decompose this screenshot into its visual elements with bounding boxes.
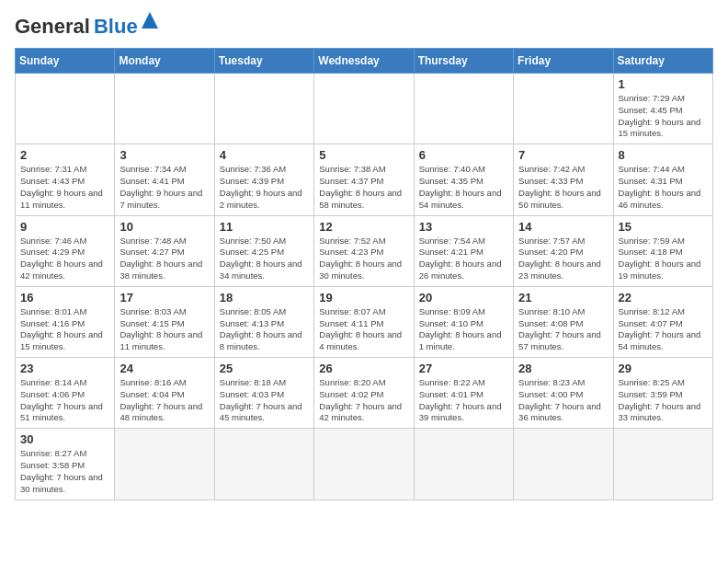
calendar-cell: 26Sunrise: 8:20 AMSunset: 4:02 PMDayligh… [314, 358, 414, 429]
calendar-cell: 4Sunrise: 7:36 AMSunset: 4:39 PMDaylight… [214, 144, 313, 215]
day-number: 22 [619, 291, 708, 304]
day-number: 7 [518, 148, 608, 162]
day-number: 27 [419, 362, 508, 375]
day-number: 29 [619, 362, 708, 375]
day-info: Sunrise: 7:46 AMSunset: 4:29 PMDaylight:… [20, 236, 109, 282]
day-info: Sunrise: 7:57 AMSunset: 4:20 PMDaylight:… [518, 236, 608, 282]
day-number: 14 [518, 220, 608, 234]
day-number: 2 [20, 148, 109, 162]
day-number: 16 [20, 291, 109, 304]
day-number: 4 [220, 148, 309, 162]
calendar-cell [214, 74, 313, 144]
day-info: Sunrise: 7:52 AMSunset: 4:23 PMDaylight:… [319, 236, 408, 282]
day-number: 13 [419, 220, 508, 234]
calendar-cell [115, 429, 214, 500]
calendar-cell: 10Sunrise: 7:48 AMSunset: 4:27 PMDayligh… [115, 215, 214, 286]
day-number: 6 [419, 148, 508, 162]
day-number: 10 [119, 220, 209, 234]
col-header-monday: Monday [115, 49, 214, 74]
calendar-cell: 23Sunrise: 8:14 AMSunset: 4:06 PMDayligh… [16, 358, 115, 429]
day-info: Sunrise: 8:12 AMSunset: 4:07 PMDaylight:… [619, 306, 708, 353]
calendar-cell: 12Sunrise: 7:52 AMSunset: 4:23 PMDayligh… [314, 215, 414, 286]
day-info: Sunrise: 7:42 AMSunset: 4:33 PMDaylight:… [518, 164, 608, 211]
day-info: Sunrise: 7:50 AMSunset: 4:25 PMDaylight:… [220, 236, 309, 282]
calendar-cell: 22Sunrise: 8:12 AMSunset: 4:07 PMDayligh… [613, 286, 712, 357]
day-number: 26 [319, 362, 408, 375]
day-info: Sunrise: 7:38 AMSunset: 4:37 PMDaylight:… [319, 164, 408, 211]
calendar-cell [414, 429, 513, 500]
calendar-cell: 24Sunrise: 8:16 AMSunset: 4:04 PMDayligh… [115, 358, 214, 429]
day-number: 30 [20, 432, 109, 446]
calendar-cell: 29Sunrise: 8:25 AMSunset: 3:59 PMDayligh… [613, 358, 712, 429]
day-info: Sunrise: 8:01 AMSunset: 4:16 PMDaylight:… [20, 306, 109, 353]
calendar-week-row: 1Sunrise: 7:29 AMSunset: 4:45 PMDaylight… [16, 74, 713, 144]
day-number: 17 [119, 291, 209, 304]
day-info: Sunrise: 8:22 AMSunset: 4:01 PMDaylight:… [419, 377, 508, 424]
logo-triangle-icon [142, 12, 158, 29]
col-header-thursday: Thursday [414, 49, 513, 74]
calendar-cell: 28Sunrise: 8:23 AMSunset: 4:00 PMDayligh… [514, 358, 613, 429]
day-info: Sunrise: 7:29 AMSunset: 4:45 PMDaylight:… [619, 93, 708, 140]
day-info: Sunrise: 8:20 AMSunset: 4:02 PMDaylight:… [319, 377, 408, 424]
col-header-saturday: Saturday [613, 49, 712, 74]
col-header-friday: Friday [514, 49, 613, 74]
calendar-week-row: 30Sunrise: 8:27 AMSunset: 3:58 PMDayligh… [16, 429, 713, 500]
day-number: 3 [119, 148, 209, 162]
calendar-cell: 13Sunrise: 7:54 AMSunset: 4:21 PMDayligh… [414, 215, 513, 286]
day-info: Sunrise: 8:23 AMSunset: 4:00 PMDaylight:… [518, 377, 608, 424]
calendar-header-row: SundayMondayTuesdayWednesdayThursdayFrid… [16, 49, 713, 74]
day-info: Sunrise: 8:07 AMSunset: 4:11 PMDaylight:… [319, 306, 408, 353]
calendar-week-row: 2Sunrise: 7:31 AMSunset: 4:43 PMDaylight… [16, 144, 713, 215]
calendar-cell: 2Sunrise: 7:31 AMSunset: 4:43 PMDaylight… [16, 144, 115, 215]
day-number: 21 [518, 291, 608, 304]
day-info: Sunrise: 7:40 AMSunset: 4:35 PMDaylight:… [419, 164, 508, 211]
logo-general-text: General [15, 15, 90, 39]
day-number: 20 [419, 291, 508, 304]
calendar-cell: 1Sunrise: 7:29 AMSunset: 4:45 PMDaylight… [613, 74, 712, 144]
col-header-wednesday: Wednesday [314, 49, 414, 74]
calendar-week-row: 9Sunrise: 7:46 AMSunset: 4:29 PMDaylight… [16, 215, 713, 286]
calendar-cell [414, 74, 513, 144]
day-info: Sunrise: 7:31 AMSunset: 4:43 PMDaylight:… [20, 164, 109, 211]
calendar-cell [514, 429, 613, 500]
calendar-cell: 8Sunrise: 7:44 AMSunset: 4:31 PMDaylight… [613, 144, 712, 215]
col-header-sunday: Sunday [16, 49, 115, 74]
calendar-cell [214, 429, 313, 500]
day-info: Sunrise: 8:18 AMSunset: 4:03 PMDaylight:… [220, 377, 309, 424]
calendar-cell: 19Sunrise: 8:07 AMSunset: 4:11 PMDayligh… [314, 286, 414, 357]
calendar-cell [314, 429, 414, 500]
day-number: 28 [518, 362, 608, 375]
calendar-cell: 6Sunrise: 7:40 AMSunset: 4:35 PMDaylight… [414, 144, 513, 215]
calendar-cell [514, 74, 613, 144]
day-info: Sunrise: 8:16 AMSunset: 4:04 PMDaylight:… [119, 377, 209, 424]
day-number: 15 [619, 220, 708, 234]
day-number: 24 [119, 362, 209, 375]
col-header-tuesday: Tuesday [214, 49, 313, 74]
calendar-cell: 25Sunrise: 8:18 AMSunset: 4:03 PMDayligh… [214, 358, 313, 429]
day-info: Sunrise: 7:36 AMSunset: 4:39 PMDaylight:… [220, 164, 309, 211]
calendar-table: SundayMondayTuesdayWednesdayThursdayFrid… [15, 48, 713, 500]
day-info: Sunrise: 8:27 AMSunset: 3:58 PMDaylight:… [20, 448, 109, 495]
calendar-cell: 14Sunrise: 7:57 AMSunset: 4:20 PMDayligh… [514, 215, 613, 286]
calendar-week-row: 23Sunrise: 8:14 AMSunset: 4:06 PMDayligh… [16, 358, 713, 429]
logo: General Blue [15, 15, 158, 39]
day-info: Sunrise: 7:48 AMSunset: 4:27 PMDaylight:… [119, 236, 209, 282]
calendar-cell: 30Sunrise: 8:27 AMSunset: 3:58 PMDayligh… [16, 429, 115, 500]
calendar-cell: 17Sunrise: 8:03 AMSunset: 4:15 PMDayligh… [115, 286, 214, 357]
day-info: Sunrise: 7:59 AMSunset: 4:18 PMDaylight:… [619, 236, 708, 282]
logo-blue-text: Blue [94, 15, 138, 39]
calendar-cell: 21Sunrise: 8:10 AMSunset: 4:08 PMDayligh… [514, 286, 613, 357]
day-number: 19 [319, 291, 408, 304]
svg-marker-0 [142, 12, 158, 29]
calendar-cell [115, 74, 214, 144]
day-number: 8 [619, 148, 708, 162]
header: General Blue [15, 15, 713, 39]
calendar-week-row: 16Sunrise: 8:01 AMSunset: 4:16 PMDayligh… [16, 286, 713, 357]
day-number: 5 [319, 148, 408, 162]
calendar-cell: 3Sunrise: 7:34 AMSunset: 4:41 PMDaylight… [115, 144, 214, 215]
day-info: Sunrise: 7:54 AMSunset: 4:21 PMDaylight:… [419, 236, 508, 282]
day-info: Sunrise: 8:05 AMSunset: 4:13 PMDaylight:… [220, 306, 309, 353]
day-number: 23 [20, 362, 109, 375]
calendar-cell: 5Sunrise: 7:38 AMSunset: 4:37 PMDaylight… [314, 144, 414, 215]
calendar-cell [314, 74, 414, 144]
